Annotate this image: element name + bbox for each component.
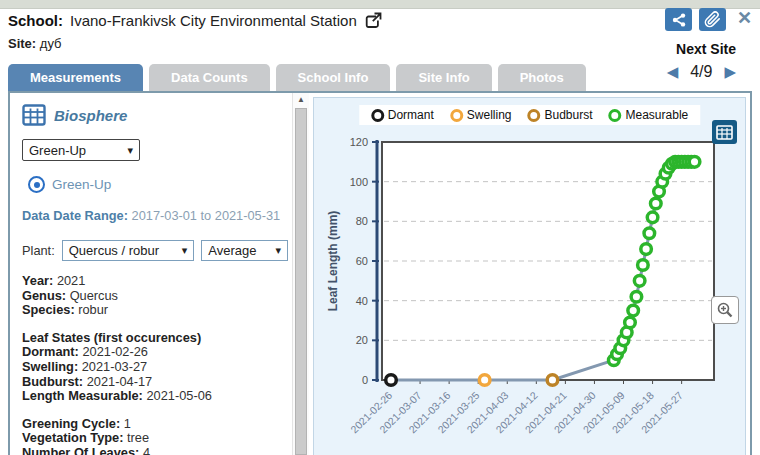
site-line: Site: дуб: [8, 36, 382, 51]
paperclip-icon: [704, 11, 721, 28]
background-map-sliver: [0, 0, 760, 9]
show-data-table-button[interactable]: [712, 120, 737, 144]
share-button[interactable]: [665, 8, 692, 31]
plant-summary: Year: 2021 Genus: Quercus Species: robur: [22, 274, 288, 318]
legend-label: Measurable: [626, 108, 689, 122]
leaf-states-header: Leaf States (first occurences): [22, 330, 201, 345]
leaf-length-chart: 020406080100120Leaf Length (mm)2021-02-2…: [324, 128, 730, 455]
scrollbar-thumb[interactable]: [295, 108, 307, 455]
plant-select-value: Quercus / robur: [69, 243, 159, 258]
chevron-down-icon: ▾: [275, 244, 281, 257]
next-site-label: Next Site: [676, 41, 736, 57]
legend-item-swelling[interactable]: Swelling: [450, 108, 512, 122]
chart-legend: DormantSwellingBudburstMeasurable: [359, 105, 700, 125]
aggregation-select-value: Average: [208, 243, 256, 258]
aggregation-select[interactable]: Average ▾: [201, 240, 288, 261]
external-link-icon[interactable]: [364, 12, 382, 29]
legend-item-measurable[interactable]: Measurable: [609, 108, 689, 122]
share-icon: [671, 12, 687, 28]
protocol-section-title: Biosphere: [54, 107, 127, 124]
scroll-up-icon[interactable]: ▲: [293, 93, 309, 107]
data-date-range: Data Date Range: 2017-03-01 to 2021-05-3…: [22, 208, 288, 223]
svg-text:60: 60: [356, 255, 368, 267]
greenup-radio-row[interactable]: Green-Up: [28, 176, 288, 193]
svg-text:120: 120: [350, 136, 368, 148]
legend-marker-icon: [527, 109, 540, 122]
chart-zoom-button[interactable]: [711, 296, 739, 324]
plant-selectors: Plant: Quercus / robur ▾ Average ▾: [22, 240, 288, 261]
legend-label: Budburst: [544, 108, 592, 122]
next-site-arrow-icon[interactable]: ▶: [724, 63, 736, 81]
svg-text:80: 80: [356, 215, 368, 227]
tab-data-counts[interactable]: Data Counts: [149, 64, 270, 91]
legend-label: Dormant: [388, 108, 434, 122]
left-panel-scrollbar[interactable]: ▲ ▼: [292, 93, 309, 455]
tab-bar: Measurements Data Counts School Info Sit…: [8, 64, 586, 91]
legend-item-dormant[interactable]: Dormant: [371, 108, 434, 122]
protocol-select-value: Green-Up: [29, 143, 86, 158]
site-value: дуб: [40, 36, 62, 51]
close-icon[interactable]: ✕: [737, 8, 752, 28]
plant-info-block: Greening Cycle: 1 Vegetation Type: tree …: [22, 417, 288, 455]
plant-label: Plant:: [22, 243, 55, 258]
greenup-radio-label: Green-Up: [52, 177, 111, 192]
protocol-select[interactable]: Green-Up ▾: [22, 139, 140, 161]
svg-text:0: 0: [362, 374, 368, 386]
school-name: Ivano-Frankivsk City Environmental Stati…: [70, 12, 357, 29]
leaf-states-block: Leaf States (first occurences) Dormant: …: [22, 331, 288, 404]
legend-marker-icon: [450, 109, 463, 122]
biosphere-table-icon: [22, 104, 46, 126]
date-range-label: Data Date Range:: [22, 208, 128, 223]
school-label: School:: [8, 12, 63, 29]
svg-text:100: 100: [350, 176, 368, 188]
prev-site-arrow-icon[interactable]: ◀: [667, 63, 679, 81]
measurement-options-panel: Biosphere Green-Up ▾ Green-Up Data Date …: [10, 93, 292, 455]
svg-text:40: 40: [356, 295, 368, 307]
table-grid-icon: [716, 125, 733, 140]
date-range-value: 2017-03-01 to 2021-05-31: [132, 208, 281, 223]
tab-site-info[interactable]: Site Info: [396, 64, 491, 91]
popup-header: School: Ivano-Frankivsk City Environment…: [8, 12, 382, 51]
legend-marker-icon: [609, 109, 622, 122]
school-line: School: Ivano-Frankivsk City Environment…: [8, 12, 382, 29]
site-label: Site:: [8, 36, 36, 51]
plant-select[interactable]: Quercus / robur ▾: [62, 240, 195, 261]
chevron-down-icon: ▾: [127, 144, 133, 157]
legend-label: Swelling: [467, 108, 512, 122]
chevron-down-icon: ▾: [182, 244, 188, 257]
legend-item-budburst[interactable]: Budburst: [527, 108, 592, 122]
legend-marker-icon: [371, 109, 384, 122]
tab-measurements[interactable]: Measurements: [8, 64, 143, 91]
greenup-radio[interactable]: [28, 176, 45, 193]
magnifier-plus-icon: [716, 301, 734, 319]
svg-text:Leaf Length (mm): Leaf Length (mm): [326, 211, 340, 312]
svg-text:20: 20: [356, 334, 368, 346]
site-pager: ◀ 4/9 ▶: [667, 63, 736, 81]
tab-photos[interactable]: Photos: [498, 64, 586, 91]
header-actions: [665, 8, 726, 31]
pager-count: 4/9: [690, 63, 712, 81]
link-button[interactable]: [699, 8, 726, 31]
chart-panel: DormantSwellingBudburstMeasurable 020406…: [313, 97, 746, 455]
tab-school-info[interactable]: School Info: [276, 64, 391, 91]
measurements-content: Biosphere Green-Up ▾ Green-Up Data Date …: [8, 91, 752, 455]
